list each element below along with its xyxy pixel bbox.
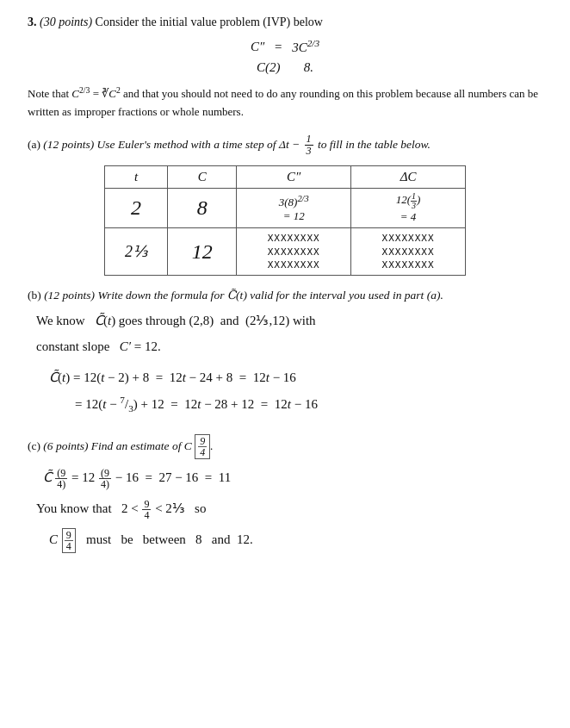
note-text: Note that C2/3 = ∛C2 and that you should… [28,84,542,121]
part-c-line2: You know that 2 < 9 4 < 2⅓ so [36,495,542,521]
part-b-handwritten: We know C̃(t) goes through (2,8) and (2⅓… [36,308,542,419]
ivp-equations: C″ = 3C2/3 C(2) 8. [28,36,542,77]
part-b-line2: constant slope C′ = 12. [36,333,542,359]
table-row: 2⅓ 12 XXXXXXXX XXXXXXXX XXXXXXXX XXXXXXX… [105,228,466,276]
part-a: (a) (12 points) Use Euler's method with … [28,134,542,277]
part-b-eq1: C̃(t) = 12(t − 2) + 8 = 12t − 24 + 8 = 1… [36,364,542,390]
ivp-rhs: 3C2/3 [292,36,319,58]
part-c-line3: C 9 4 must be between 8 and 12. [36,526,542,553]
euler-table: t C C″ ΔC 2 8 3(8)2/3 = 12 12(13) = 4 [104,165,466,276]
col-cpp: C″ [237,166,351,189]
part-b-line1: We know C̃(t) goes through (2,8) and (2⅓… [36,308,542,333]
problem-title: Consider the initial value problem (IVP)… [96,16,323,28]
ivp-ic: C(2) [257,58,281,78]
ivp-var: C″ [251,37,264,57]
part-c-handwritten: C̃ (9 4) = 12 (9 4) − 16 = 27 − 16 = 11 … [36,464,542,553]
cell-dc2: XXXXXXXX XXXXXXXX XXXXXXXX [351,228,466,276]
table-row: 2 8 3(8)2/3 = 12 12(13) = 4 [105,189,466,228]
cell-cpp2: XXXXXXXX XXXXXXXX XXXXXXXX [237,228,351,276]
part-b-eq2: = 12(t − 7/3) + 12 = 12t − 28 + 12 = 12t… [36,390,542,419]
cell-cpp1: 3(8)2/3 = 12 [237,189,351,228]
col-c: C [168,166,237,189]
problem-number: 3. [28,16,37,28]
col-t: t [105,166,168,189]
part-a-label: (a) (12 points) Use Euler's method with … [28,134,542,157]
cell-dc1: 12(13) = 4 [351,189,466,228]
col-dc: ΔC [351,166,466,189]
part-b: (b) (12 points) Write down the formula f… [28,288,542,419]
part-c: (c) (6 points) Find an estimate of C 9 4… [28,434,542,553]
part-c-label: (c) (6 points) Find an estimate of C 9 4… [28,434,542,459]
cell-c1: 8 [168,189,237,228]
part-c-eq1: C̃ (9 4) = 12 (9 4) − 16 = 27 − 16 = 11 [36,464,542,490]
cell-t2: 2⅓ [105,228,168,276]
ivp-ic-val: 8. [304,58,313,78]
part-b-label: (b) (12 points) Write down the formula f… [28,288,542,302]
problem-header: 3. (30 points) Consider the initial valu… [28,16,542,29]
problem-points: (30 points) [40,16,96,28]
cell-t1: 2 [105,189,168,228]
cell-c2: 12 [168,228,237,276]
